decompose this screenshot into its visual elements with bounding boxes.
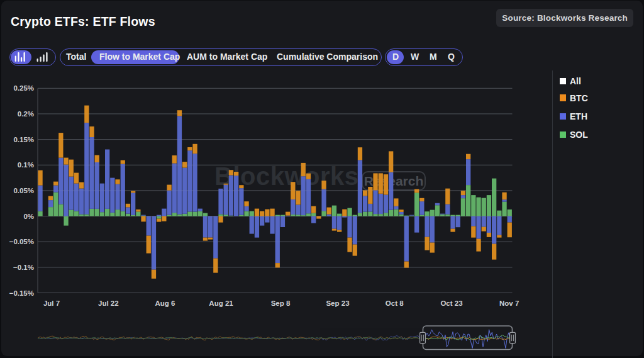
svg-text:Jul 22: Jul 22 xyxy=(98,299,119,307)
svg-text:0.2%: 0.2% xyxy=(18,110,34,118)
svg-text:0.05%: 0.05% xyxy=(13,187,34,194)
svg-text:Sep 23: Sep 23 xyxy=(326,299,349,307)
svg-text:−0.1%: −0.1% xyxy=(13,264,34,271)
svg-text:−0.05%: −0.05% xyxy=(9,238,34,245)
svg-text:0.15%: 0.15% xyxy=(13,136,34,143)
svg-text:Oct 23: Oct 23 xyxy=(440,299,462,307)
svg-text:−0.15%: −0.15% xyxy=(9,289,34,297)
svg-text:Nov 7: Nov 7 xyxy=(499,299,519,307)
svg-text:Jul 7: Jul 7 xyxy=(43,299,60,307)
svg-text:Aug 21: Aug 21 xyxy=(209,299,233,307)
svg-text:0.25%: 0.25% xyxy=(13,84,34,92)
svg-text:Aug 6: Aug 6 xyxy=(155,299,175,307)
svg-text:0%: 0% xyxy=(23,213,34,220)
svg-text:Sep 8: Sep 8 xyxy=(271,299,291,307)
svg-text:0.1%: 0.1% xyxy=(18,161,34,169)
svg-text:Oct 8: Oct 8 xyxy=(386,299,404,307)
